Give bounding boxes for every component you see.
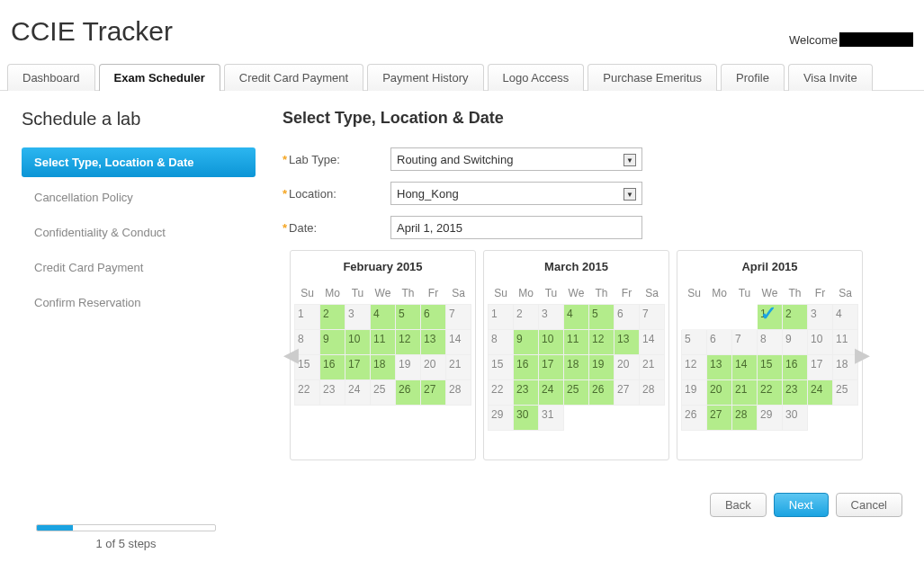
calendar-day: 8: [758, 329, 783, 354]
calendar-day[interactable]: 22: [758, 379, 783, 405]
calendar-day[interactable]: 14: [732, 354, 758, 379]
calendar-day[interactable]: 17: [539, 354, 564, 379]
tab-visa-invite[interactable]: Visa Invite: [788, 64, 873, 91]
day-header: Su: [489, 282, 514, 304]
calendar-day[interactable]: 17: [345, 354, 371, 379]
calendar-day: 5: [682, 329, 707, 354]
calendar-day[interactable]: 18: [564, 354, 589, 379]
tab-logo-access[interactable]: Logo Access: [488, 64, 585, 91]
step-1[interactable]: Cancellation Policy: [22, 183, 256, 212]
calendar-day: 7: [732, 329, 758, 354]
calendar-day: 3: [345, 304, 371, 329]
calendar-empty-cell: [732, 430, 758, 455]
calendar-day[interactable]: 4: [564, 304, 589, 329]
calendar-day[interactable]: 16: [320, 354, 345, 379]
step-3[interactable]: Credit Card Payment: [22, 253, 256, 282]
calendar-prev-button[interactable]: ◀: [283, 340, 299, 370]
calendar-day[interactable]: 4: [371, 304, 396, 329]
calendar-day: 30: [783, 405, 808, 430]
check-icon: ✓: [760, 304, 776, 324]
calendar-day[interactable]: 9: [320, 329, 345, 354]
tab-exam-scheduler[interactable]: Exam Scheduler: [99, 64, 220, 91]
calendar-day: 25: [371, 379, 396, 405]
calendar-day[interactable]: 16: [514, 354, 539, 379]
next-button[interactable]: Next: [774, 493, 829, 517]
calendar-day[interactable]: 10: [539, 329, 564, 354]
cancel-button[interactable]: Cancel: [836, 493, 902, 517]
calendar-empty-cell: [514, 430, 539, 455]
calendar-day[interactable]: 28: [732, 405, 758, 430]
calendar-day[interactable]: 30: [514, 405, 539, 430]
calendar-day[interactable]: 23: [514, 379, 539, 405]
calendar-february-2015: February 2015SuMoTuWeThFrSa1234567891011…: [290, 250, 476, 460]
labtype-select[interactable]: Routing and Switching ▼: [390, 147, 642, 171]
calendar-day: 1: [295, 304, 320, 329]
calendar-day[interactable]: 12: [589, 329, 615, 354]
calendar-day[interactable]: 15: [758, 354, 783, 379]
calendar-day[interactable]: 12: [396, 329, 421, 354]
day-header: We: [758, 282, 783, 304]
day-header: Tu: [345, 282, 371, 304]
calendar-day[interactable]: 5: [589, 304, 615, 329]
calendar-day[interactable]: 24: [808, 379, 833, 405]
calendar-day[interactable]: 26: [589, 379, 615, 405]
chevron-down-icon: ▼: [623, 154, 636, 166]
calendar-empty-cell: [758, 430, 783, 455]
calendar-empty-cell: [421, 430, 446, 455]
calendar-empty-cell: [707, 430, 732, 455]
calendar-day[interactable]: 10: [345, 329, 371, 354]
calendar-day: 22: [489, 379, 514, 405]
calendar-day[interactable]: 13: [707, 354, 732, 379]
calendar-next-button[interactable]: ▶: [854, 340, 870, 370]
calendar-day[interactable]: 5: [396, 304, 421, 329]
calendar-day[interactable]: 16: [783, 354, 808, 379]
calendar-empty-cell: [371, 430, 396, 455]
back-button[interactable]: Back: [710, 493, 767, 517]
calendar-empty-cell: [682, 304, 707, 329]
step-2[interactable]: Confidentiality & Conduct: [22, 218, 256, 247]
step-4[interactable]: Confirm Reservation: [22, 288, 256, 317]
calendar-day[interactable]: 23: [783, 379, 808, 405]
calendar-title: March 2015: [488, 260, 665, 273]
calendar-day[interactable]: 19: [589, 354, 615, 379]
calendar-day: 31: [539, 405, 564, 430]
calendar-day[interactable]: 26: [396, 379, 421, 405]
calendar-day[interactable]: 27: [707, 405, 732, 430]
calendar-empty-cell: [732, 304, 758, 329]
calendar-day[interactable]: 6: [421, 304, 446, 329]
calendar-day[interactable]: 25: [564, 379, 589, 405]
tab-profile[interactable]: Profile: [721, 64, 785, 91]
section-title: Select Type, Location & Date: [283, 109, 902, 128]
tab-payment-history[interactable]: Payment History: [367, 64, 483, 91]
calendar-march-2015: March 2015SuMoTuWeThFrSa1234567891011121…: [483, 250, 669, 460]
location-select[interactable]: Hong_Kong ▼: [390, 182, 642, 205]
tab-dashboard[interactable]: Dashboard: [7, 64, 95, 91]
calendar-day: 6: [707, 329, 732, 354]
calendar-day: 7: [446, 304, 471, 329]
calendar-empty-cell: [489, 430, 514, 455]
calendar-day[interactable]: 11: [564, 329, 589, 354]
calendar-title: April 2015: [681, 260, 858, 273]
step-0[interactable]: Select Type, Location & Date: [22, 147, 256, 177]
calendar-empty-cell: [833, 405, 858, 430]
calendar-empty-cell: [295, 405, 320, 430]
calendar-day[interactable]: 21: [732, 379, 758, 405]
calendar-day: 6: [615, 304, 640, 329]
calendar-day[interactable]: 24: [539, 379, 564, 405]
calendar-day: 10: [808, 329, 833, 354]
calendar-day[interactable]: 1✓: [758, 304, 783, 329]
calendar-day[interactable]: 2: [320, 304, 345, 329]
calendar-empty-cell: [783, 430, 808, 455]
calendar-day[interactable]: 11: [371, 329, 396, 354]
calendar-day[interactable]: 2: [783, 304, 808, 329]
calendar-day[interactable]: 20: [707, 379, 732, 405]
tab-purchase-emeritus[interactable]: Purchase Emeritus: [588, 64, 717, 91]
day-header: Mo: [514, 282, 539, 304]
date-display[interactable]: April 1, 2015: [390, 216, 642, 239]
calendar-day[interactable]: 27: [421, 379, 446, 405]
tab-credit-card-payment[interactable]: Credit Card Payment: [224, 64, 363, 91]
calendar-day[interactable]: 18: [371, 354, 396, 379]
calendar-day[interactable]: 13: [615, 329, 640, 354]
calendar-day[interactable]: 13: [421, 329, 446, 354]
calendar-day[interactable]: 9: [514, 329, 539, 354]
